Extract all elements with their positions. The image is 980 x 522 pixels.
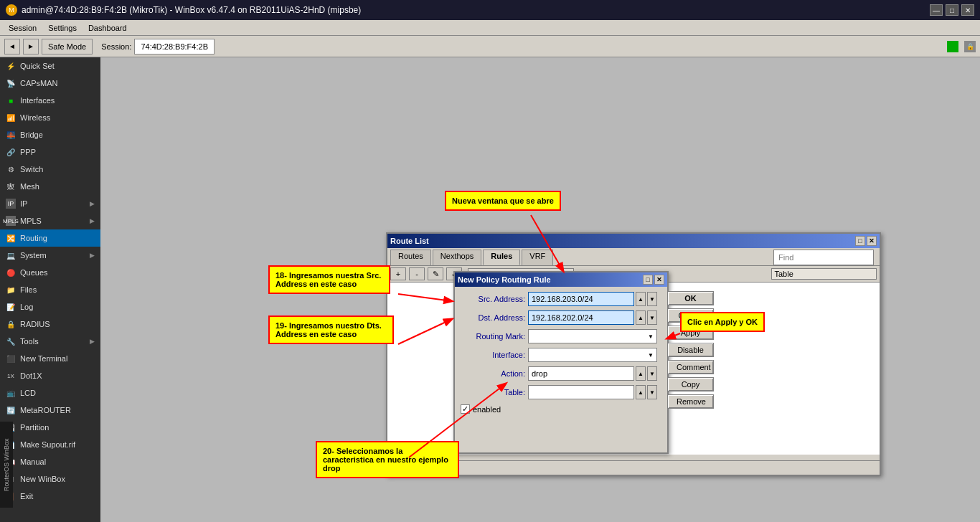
forward-button[interactable]: ►: [23, 39, 39, 54]
sidebar-label-system: System: [20, 251, 85, 260]
routing-icon: 🔀: [6, 233, 16, 243]
sidebar-item-newwinbox[interactable]: 🖥 New WinBox: [0, 470, 100, 488]
tab-vrf[interactable]: VRF: [522, 250, 553, 265]
tab-routes[interactable]: Routes: [390, 250, 431, 265]
queues-icon: 🔴: [6, 267, 16, 277]
minimize-button[interactable]: —: [930, 4, 943, 16]
sidebar-item-system[interactable]: 💻 System ▶: [0, 247, 100, 264]
sidebar-item-queues[interactable]: 🔴 Queues: [0, 264, 100, 281]
copy-button[interactable]: Copy: [667, 377, 714, 392]
sidebar-item-wireless[interactable]: 📶 Wireless: [0, 109, 100, 126]
routing-mark-dropdown[interactable]: ▼: [528, 329, 657, 343]
tab-nexthops[interactable]: Nexthops: [433, 250, 481, 265]
dst-address-up[interactable]: ▲: [636, 310, 646, 325]
sidebar-brand: RouterOS WinBox: [0, 422, 13, 508]
sidebar-item-switch[interactable]: ⚙ Switch: [0, 161, 100, 178]
action-row: Action: drop ▲ ▼: [455, 364, 663, 383]
route-list-min[interactable]: □: [855, 236, 865, 246]
interface-dropdown[interactable]: ▼: [528, 348, 657, 362]
find-input[interactable]: [773, 250, 874, 265]
system-icon: 💻: [6, 250, 16, 260]
ok-button[interactable]: OK: [667, 291, 714, 305]
comment-button[interactable]: Comment: [667, 360, 714, 374]
route-list-title: Route List: [390, 237, 429, 245]
title-controls: — □ ✕: [930, 4, 974, 16]
mpls-icon: MPLS: [6, 216, 16, 226]
sidebar-item-mesh[interactable]: 🕸 Mesh: [0, 178, 100, 195]
src-address-up[interactable]: ▲: [636, 292, 646, 306]
menu-session[interactable]: Session: [3, 22, 42, 34]
action-up[interactable]: ▲: [636, 366, 646, 381]
remove-button[interactable]: Remove: [667, 394, 714, 409]
maximize-button[interactable]: □: [946, 4, 958, 16]
dot1x-icon: 1X: [6, 371, 16, 381]
title-bar: M admin@74:4D:28:B9:F4:2B (MikroTik) - W…: [0, 0, 980, 20]
main-layout: ⚡ Quick Set 📡 CAPsMAN ■ Interfaces 📶 Wir…: [0, 57, 980, 522]
menu-settings[interactable]: Settings: [42, 22, 83, 34]
sidebar-item-radius[interactable]: 🔒 RADIUS: [0, 315, 100, 333]
sidebar-label-log: Log: [20, 303, 95, 311]
sidebar-label-metarouter: MetaROUTER: [20, 406, 95, 414]
annotation-apply-ok: Clic en Apply y OK: [680, 312, 765, 332]
sidebar-item-exit[interactable]: 🚪 Exit: [0, 488, 100, 505]
src-address-row: Src. Address: ▲ ▼: [455, 290, 663, 308]
sidebar-item-partition[interactable]: 💾 Partition: [0, 419, 100, 436]
window-title: admin@74:4D:28:B9:F4:2B (MikroTik) - Win…: [22, 5, 361, 15]
sidebar-label-ip: IP: [20, 199, 85, 208]
annotation-dst-address: 19- Ingresamos nuestro Dts. Address en e…: [268, 315, 394, 344]
routing-mark-arrow: ▼: [648, 333, 654, 340]
tab-rules[interactable]: Rules: [483, 250, 520, 265]
sidebar-item-lcd[interactable]: 📺 LCD: [0, 384, 100, 402]
remove-rule-button[interactable]: -: [409, 267, 425, 280]
route-list-title-bar[interactable]: Route List □ ✕: [387, 234, 880, 248]
policy-rule-title-bar[interactable]: New Policy Routing Rule □ ✕: [455, 272, 667, 287]
sidebar-item-dot1x[interactable]: 1X Dot1X: [0, 367, 100, 384]
annotation-src-address: 18- Ingresamos nuestra Src. Address en e…: [268, 265, 390, 294]
sidebar-item-routing[interactable]: 🔀 Routing: [0, 229, 100, 247]
route-list-tabs: Routes Nexthops Rules VRF: [387, 248, 880, 266]
sidebar-item-ppp[interactable]: 🔗 PPP: [0, 143, 100, 161]
sidebar-item-manual[interactable]: 📖 Manual: [0, 453, 100, 470]
src-address-down[interactable]: ▼: [647, 292, 657, 306]
sidebar-item-capsman[interactable]: 📡 CAPsMAN: [0, 75, 100, 92]
sidebar-item-tools[interactable]: 🔧 Tools ▶: [0, 333, 100, 350]
menu-dashboard[interactable]: Dashboard: [83, 22, 133, 34]
annotation-nueva-ventana: Nueva ventana que se abre: [445, 191, 561, 211]
sidebar-item-metarouter[interactable]: 🔄 MetaROUTER: [0, 402, 100, 419]
table-up[interactable]: ▲: [636, 385, 646, 399]
enabled-checkbox[interactable]: ✓: [461, 404, 470, 414]
sidebar-item-ip[interactable]: IP IP ▶: [0, 195, 100, 212]
sidebar-item-interfaces[interactable]: ■ Interfaces: [0, 92, 100, 109]
disable-button[interactable]: Disable: [667, 343, 714, 357]
sidebar-item-supout[interactable]: 📄 Make Supout.rif: [0, 436, 100, 453]
table-field-dropdown[interactable]: [528, 385, 634, 399]
sidebar-item-files[interactable]: 📁 Files: [0, 281, 100, 298]
back-button[interactable]: ◄: [4, 39, 20, 54]
routing-mark-row: Routing Mark: ▼: [455, 327, 663, 346]
sidebar-item-log[interactable]: 📝 Log: [0, 298, 100, 315]
sidebar-label-exit: Exit: [20, 492, 95, 500]
src-address-input[interactable]: [528, 292, 634, 306]
add-rule-button[interactable]: +: [390, 267, 406, 280]
dst-address-down[interactable]: ▼: [647, 310, 657, 325]
radius-icon: 🔒: [6, 319, 16, 329]
log-icon: 📝: [6, 302, 16, 312]
close-button[interactable]: ✕: [961, 4, 974, 16]
sidebar-label-partition: Partition: [20, 423, 95, 432]
dst-address-input[interactable]: [528, 310, 634, 325]
safe-mode-button[interactable]: Safe Mode: [42, 39, 93, 54]
sidebar-item-quickset[interactable]: ⚡ Quick Set: [0, 57, 100, 75]
table-down[interactable]: ▼: [647, 385, 657, 399]
route-list-close[interactable]: ✕: [867, 236, 877, 246]
mpls-arrow: ▶: [90, 217, 95, 224]
sidebar-item-terminal[interactable]: ⬛ New Terminal: [0, 350, 100, 367]
policy-close[interactable]: ✕: [654, 275, 664, 285]
dst-address-label: Dst. Address:: [461, 313, 525, 322]
action-dropdown[interactable]: drop: [528, 366, 634, 381]
sidebar-label-wireless: Wireless: [20, 113, 95, 122]
sidebar-item-mpls[interactable]: MPLS MPLS ▶: [0, 212, 100, 229]
policy-min[interactable]: □: [643, 275, 653, 285]
sidebar-item-bridge[interactable]: 🌉 Bridge: [0, 126, 100, 143]
edit-rule-button[interactable]: ✎: [428, 267, 443, 280]
action-down[interactable]: ▼: [647, 366, 657, 381]
